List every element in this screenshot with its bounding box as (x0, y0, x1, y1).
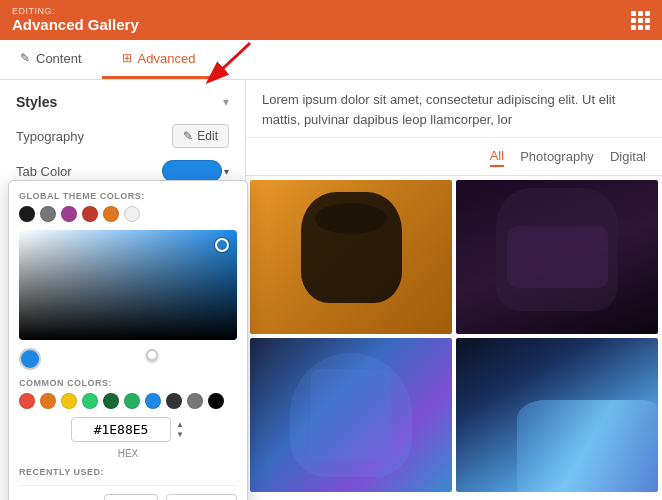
hex-down-icon[interactable]: ▼ (175, 430, 185, 440)
theme-colors-row (19, 206, 237, 222)
common-color-yellow[interactable] (61, 393, 77, 409)
theme-color-1[interactable] (19, 206, 35, 222)
hex-up-icon[interactable]: ▲ (175, 420, 185, 430)
common-color-gray[interactable] (187, 393, 203, 409)
theme-color-5[interactable] (103, 206, 119, 222)
tab-advanced-label: Advanced (138, 51, 196, 66)
tab-content-label: Content (36, 51, 82, 66)
close-button[interactable]: ✕ Close (166, 494, 237, 500)
theme-color-6[interactable] (124, 206, 140, 222)
color-swatch-button[interactable]: ▾ (162, 160, 229, 182)
theme-color-4[interactable] (82, 206, 98, 222)
hex-spinners: ▲ ▼ (175, 420, 185, 440)
grid-icon[interactable] (631, 11, 650, 30)
tab-color-row: Tab Color ▾ (16, 160, 229, 182)
common-colors-label: COMMON COLORS: (19, 378, 237, 388)
tab-color-label: Tab Color (16, 164, 72, 179)
content-wrapper: Lorem ipsum dolor sit amet, consectetur … (246, 80, 662, 500)
filter-tab-photography[interactable]: Photography (520, 147, 594, 166)
advanced-tab-icon: ⊞ (122, 51, 132, 65)
current-color-preview (19, 348, 41, 370)
sidebar: Styles ▾ Typography ✎ Edit Tab Color ▾ G… (0, 80, 246, 500)
hex-label: HEX (19, 448, 237, 459)
filter-tabs: All Photography Digital (246, 138, 662, 176)
common-color-red[interactable] (19, 393, 35, 409)
color-picker-popup: GLOBAL THEME COLORS: (8, 180, 248, 500)
lorem-text: Lorem ipsum dolor sit amet, consectetur … (246, 80, 662, 138)
styles-chevron-icon[interactable]: ▾ (223, 95, 229, 109)
gradient-handle[interactable] (215, 238, 229, 252)
common-color-green[interactable] (82, 393, 98, 409)
styles-header: Styles ▾ (16, 94, 229, 110)
global-theme-label: GLOBAL THEME COLORS: (19, 191, 237, 201)
common-color-black[interactable] (208, 393, 224, 409)
theme-color-3[interactable] (61, 206, 77, 222)
common-color-blue[interactable] (145, 393, 161, 409)
common-color-darkgray[interactable] (166, 393, 182, 409)
hue-row (19, 348, 237, 370)
pencil-icon: ✎ (183, 129, 193, 143)
gallery-item-2[interactable] (456, 180, 658, 334)
main-layout: Styles ▾ Typography ✎ Edit Tab Color ▾ G… (0, 80, 662, 500)
styles-label: Styles (16, 94, 57, 110)
tabs-row: ✎ Content ⊞ Advanced (0, 40, 662, 80)
color-swatch (162, 160, 222, 182)
hex-input[interactable] (71, 417, 171, 442)
typography-label: Typography (16, 129, 84, 144)
header: EDITING: Advanced Gallery (0, 0, 662, 40)
typography-row: Typography ✎ Edit (16, 124, 229, 148)
page-title: Advanced Gallery (12, 16, 139, 34)
popup-footer: Clear ✕ Close (19, 485, 237, 500)
gallery-grid (246, 176, 662, 496)
tab-advanced[interactable]: ⊞ Advanced (102, 40, 216, 79)
tab-content[interactable]: ✎ Content (0, 40, 102, 79)
content-area: Lorem ipsum dolor sit amet, consectetur … (246, 80, 662, 500)
filter-tab-all[interactable]: All (490, 146, 504, 167)
hue-slider-thumb[interactable] (146, 349, 158, 361)
theme-color-2[interactable] (40, 206, 56, 222)
edit-button-label: Edit (197, 129, 218, 143)
common-color-orange[interactable] (40, 393, 56, 409)
common-color-midgreen[interactable] (124, 393, 140, 409)
gradient-canvas[interactable] (19, 230, 237, 340)
common-color-darkgreen[interactable] (103, 393, 119, 409)
gallery-item-3[interactable] (250, 338, 452, 492)
content-tab-icon: ✎ (20, 51, 30, 65)
editing-label: EDITING: (12, 6, 139, 16)
gallery-item-1[interactable] (250, 180, 452, 334)
gallery-item-4[interactable] (456, 338, 658, 492)
clear-button[interactable]: Clear (104, 494, 159, 500)
swatch-chevron-icon: ▾ (224, 166, 229, 177)
common-colors-row (19, 393, 237, 409)
edit-typography-button[interactable]: ✎ Edit (172, 124, 229, 148)
filter-tab-digital[interactable]: Digital (610, 147, 646, 166)
recently-used-label: RECENTLY USED: (19, 467, 237, 477)
header-left: EDITING: Advanced Gallery (12, 6, 139, 34)
hex-row: ▲ ▼ (19, 417, 237, 442)
